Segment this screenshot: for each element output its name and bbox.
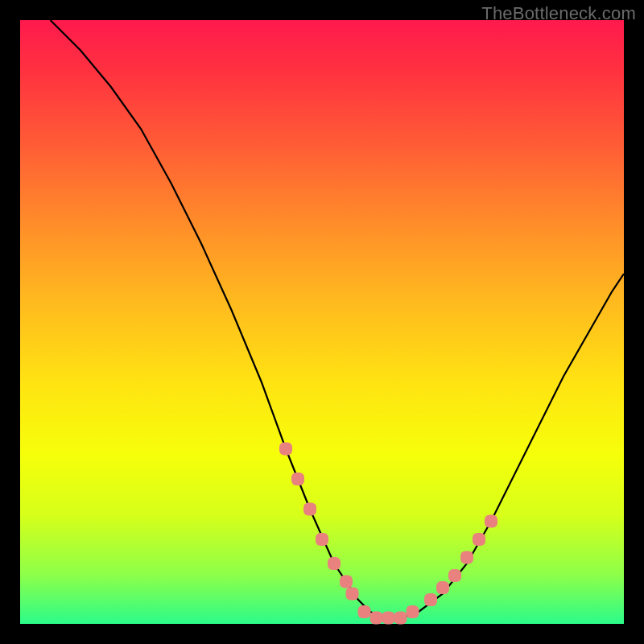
marker-left: [279, 443, 292, 456]
marker-left: [291, 473, 304, 485]
bottleneck-curve: [51, 20, 625, 618]
marker-left: [303, 503, 316, 516]
watermark: TheBottleneck.com: [481, 3, 636, 24]
marker-right: [424, 593, 437, 606]
marker-left: [316, 533, 328, 546]
marker-right: [448, 569, 461, 582]
marker-bottom: [394, 612, 407, 625]
marker-bottom: [358, 605, 371, 618]
marker-right: [436, 581, 449, 594]
marker-left: [340, 576, 353, 588]
marker-right: [485, 515, 497, 528]
chart-container: TheBottleneck.com: [0, 0, 644, 644]
marker-bottom: [370, 612, 383, 625]
marker-bottom: [382, 612, 395, 625]
marker-left: [328, 557, 341, 570]
marker-left: [346, 588, 359, 601]
marker-bottom: [407, 605, 419, 618]
marker-right: [473, 533, 485, 546]
marker-right: [460, 551, 473, 564]
chart-svg: [20, 20, 624, 624]
